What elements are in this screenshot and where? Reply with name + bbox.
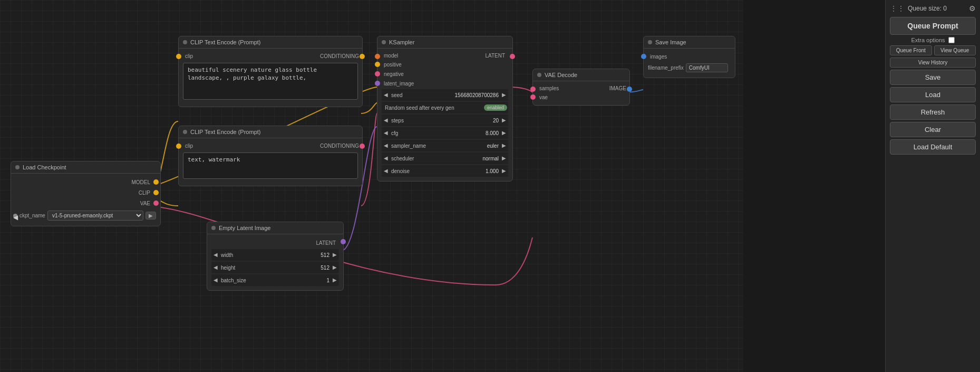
batch-right-btn[interactable]: ▶ xyxy=(331,278,339,283)
clip-output-row: CLIP xyxy=(11,187,160,198)
seed-right-btn[interactable]: ▶ xyxy=(500,92,508,98)
save-image-title: Save Image xyxy=(655,39,686,45)
clip-in-connector-neg[interactable] xyxy=(176,144,181,149)
load-checkpoint-body: MODEL CLIP VAE ◀ ckpt_name v1-5-pruned-e… xyxy=(11,174,160,226)
random-seed-toggle[interactable]: enabled xyxy=(484,104,507,111)
node-dot-el xyxy=(211,226,216,230)
sampler-right-btn[interactable]: ▶ xyxy=(500,143,508,148)
load-checkpoint-title: Load Checkpoint xyxy=(23,164,66,170)
width-label: width xyxy=(220,252,275,258)
latent-out-connector-ks[interactable] xyxy=(510,54,515,59)
node-dot-vae xyxy=(537,73,541,77)
model-in-label-ks: model xyxy=(377,53,401,59)
model-in-connector-ks[interactable] xyxy=(375,54,380,59)
clip-text-positive-title: CLIP Text Encode (Prompt) xyxy=(190,39,261,45)
vae-in-connector[interactable] xyxy=(530,94,536,100)
seed-left-btn[interactable]: ◀ xyxy=(382,92,390,98)
settings-gear-icon[interactable]: ⚙ xyxy=(969,4,976,13)
latent-out-connector-el[interactable] xyxy=(341,239,346,244)
vae-in-label: vae xyxy=(537,94,551,100)
clip-text-positive-body: clip CONDITIONING beautiful scenery natu… xyxy=(179,49,362,107)
height-right-btn[interactable]: ▶ xyxy=(331,265,339,270)
conditioning-out-connector-neg[interactable] xyxy=(360,144,365,149)
dots-icon: ⋮⋮ xyxy=(890,4,905,13)
queue-front-button[interactable]: Queue Front xyxy=(890,45,932,55)
ksampler-body: model LATENT positive negative latent_im… xyxy=(377,49,512,181)
samples-in-connector[interactable] xyxy=(530,87,536,92)
model-label: MODEL xyxy=(128,179,153,185)
positive-in-label: positive xyxy=(382,62,405,68)
sampler-name-row: ◀ sampler_name euler ▶ xyxy=(382,140,508,151)
cfg-value: 8.000 xyxy=(445,130,500,136)
sampler-left-btn[interactable]: ◀ xyxy=(382,143,390,148)
steps-right-btn[interactable]: ▶ xyxy=(500,118,508,123)
cfg-left-btn[interactable]: ◀ xyxy=(382,130,390,136)
clip-in-connector-pos[interactable] xyxy=(176,54,181,59)
width-right-btn[interactable]: ▶ xyxy=(331,252,339,257)
width-left-btn[interactable]: ◀ xyxy=(211,252,220,257)
ckpt-right-arrow[interactable]: ▶ xyxy=(145,212,156,220)
ksampler-node: KSampler model LATENT positive negative xyxy=(377,36,513,182)
height-value: 512 xyxy=(275,265,331,271)
denoise-label: denoise xyxy=(390,168,445,174)
clear-button[interactable]: Clear xyxy=(890,122,976,137)
images-in-connector[interactable] xyxy=(641,54,646,59)
save-image-body: images filename_prefix xyxy=(644,49,735,78)
steps-left-btn[interactable]: ◀ xyxy=(382,118,390,123)
prefix-row: filename_prefix xyxy=(648,63,731,72)
vae-decode-header: VAE Decode xyxy=(533,69,629,81)
save-button[interactable]: Save xyxy=(890,70,976,85)
clip-text-negative-title: CLIP Text Encode (Prompt) xyxy=(190,129,261,135)
conditioning-out-connector-pos[interactable] xyxy=(360,54,365,59)
clip-connector[interactable] xyxy=(153,190,159,195)
view-history-button[interactable]: View History xyxy=(890,58,976,68)
conditioning-out-label-neg: CONDITIONING xyxy=(317,143,362,149)
height-left-btn[interactable]: ◀ xyxy=(211,265,220,270)
save-image-header: Save Image xyxy=(644,36,735,49)
batch-label: batch_size xyxy=(220,278,275,283)
denoise-right-btn[interactable]: ▶ xyxy=(500,168,508,174)
extra-options-label: Extra options xyxy=(911,37,945,43)
clip-text-negative-body: clip CONDITIONING text, watermark xyxy=(179,138,362,186)
load-default-button[interactable]: Load Default xyxy=(890,139,976,155)
ckpt-row: ◀ ckpt_name v1-5-pruned-emaonly.ckpt ▶ xyxy=(13,211,156,221)
latent-out-label-ks: LATENT xyxy=(482,53,508,59)
load-button[interactable]: Load xyxy=(890,87,976,102)
batch-value: 1 xyxy=(275,278,331,283)
clip-text-negative-textarea[interactable]: text, watermark xyxy=(183,152,358,179)
canvas[interactable]: Load Checkpoint MODEL CLIP VAE ◀ ckpt_na… xyxy=(0,0,743,372)
queue-prompt-button[interactable]: Queue Prompt xyxy=(890,17,976,35)
empty-latent-body: LATENT ◀ width 512 ▶ ◀ height 512 ▶ ◀ ba… xyxy=(207,234,343,290)
model-output-row: MODEL xyxy=(11,177,160,187)
latent-in-connector[interactable] xyxy=(375,81,380,86)
sampler-name-value: euler xyxy=(445,143,500,149)
ckpt-select[interactable]: v1-5-pruned-emaonly.ckpt xyxy=(47,211,143,221)
batch-left-btn[interactable]: ◀ xyxy=(211,278,220,283)
vae-connector[interactable] xyxy=(153,201,159,206)
load-checkpoint-header: Load Checkpoint xyxy=(11,161,160,174)
seed-label: seed xyxy=(390,92,445,98)
clip-text-positive-textarea[interactable]: beautiful scenery nature glass bottle la… xyxy=(183,63,358,100)
negative-in-connector[interactable] xyxy=(375,71,380,77)
ckpt-left-arrow-icon: ◀ xyxy=(13,214,17,218)
vae-label: VAE xyxy=(137,201,153,206)
view-queue-button[interactable]: View Queue xyxy=(934,45,976,55)
image-out-connector[interactable] xyxy=(627,87,632,92)
refresh-button[interactable]: Refresh xyxy=(890,104,976,120)
extra-options-checkbox[interactable] xyxy=(948,37,955,43)
denoise-left-btn[interactable]: ◀ xyxy=(382,168,390,174)
prefix-label: filename_prefix xyxy=(648,65,684,71)
vae-decode-node: VAE Decode samples IMAGE vae xyxy=(532,69,630,106)
prefix-input[interactable] xyxy=(686,63,728,72)
seed-row: ◀ seed 156680208700286 ▶ xyxy=(382,89,508,101)
scheduler-right-btn[interactable]: ▶ xyxy=(500,156,508,161)
scheduler-value: normal xyxy=(445,156,500,161)
clip-text-negative-node: CLIP Text Encode (Prompt) clip CONDITION… xyxy=(178,126,363,186)
scheduler-row: ◀ scheduler normal ▶ xyxy=(382,152,508,164)
cfg-right-btn[interactable]: ▶ xyxy=(500,130,508,136)
positive-in-connector[interactable] xyxy=(375,62,380,67)
model-connector[interactable] xyxy=(153,179,159,185)
scheduler-left-btn[interactable]: ◀ xyxy=(382,156,390,161)
node-dot-pos xyxy=(183,40,187,44)
node-dot-ks xyxy=(382,40,386,44)
